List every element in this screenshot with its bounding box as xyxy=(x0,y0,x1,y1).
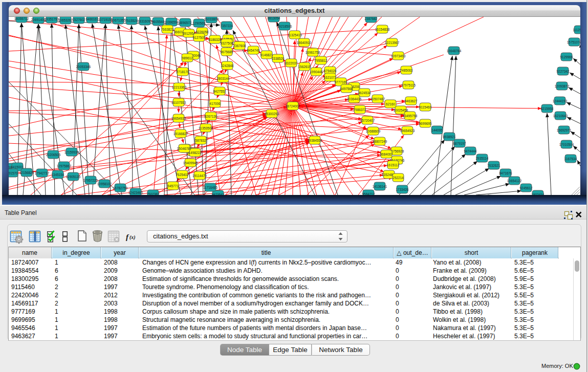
svg-text:19654933: 19654933 xyxy=(171,117,186,120)
svg-text:19384554: 19384554 xyxy=(308,139,322,142)
svg-text:1167534: 1167534 xyxy=(564,157,577,161)
svg-text:19166827: 19166827 xyxy=(173,132,188,136)
svg-text:20364436: 20364436 xyxy=(347,97,362,101)
svg-text:8471676: 8471676 xyxy=(499,171,512,175)
svg-text:3624534: 3624534 xyxy=(358,91,371,95)
svg-text:1802414: 1802414 xyxy=(532,193,545,195)
svg-text:8938921: 8938921 xyxy=(443,135,456,139)
svg-text:7986372: 7986372 xyxy=(354,108,366,112)
svg-text:2718170: 2718170 xyxy=(177,70,189,74)
svg-text:17975115: 17975115 xyxy=(401,83,416,87)
svg-text:15692971: 15692971 xyxy=(557,128,572,132)
svg-text:5684067: 5684067 xyxy=(380,152,393,156)
svg-text:9584712: 9584712 xyxy=(362,192,375,195)
svg-text:7507382: 7507382 xyxy=(147,192,160,195)
svg-text:9227342: 9227342 xyxy=(557,70,570,73)
svg-text:16107553: 16107553 xyxy=(171,101,186,104)
svg-text:1498222: 1498222 xyxy=(189,151,202,155)
svg-text:3242848: 3242848 xyxy=(221,64,234,68)
svg-text:2935114: 2935114 xyxy=(476,157,489,160)
svg-text:8896572: 8896572 xyxy=(179,21,192,25)
svg-text:1538520: 1538520 xyxy=(272,57,285,60)
svg-text:7485063: 7485063 xyxy=(400,69,413,72)
svg-text:5226058: 5226058 xyxy=(196,30,209,34)
svg-text:6879197: 6879197 xyxy=(453,142,466,145)
svg-text:7663822: 7663822 xyxy=(161,28,174,31)
svg-text:f: f xyxy=(126,233,129,241)
svg-text:12213363: 12213363 xyxy=(172,85,187,89)
svg-text:12423465: 12423465 xyxy=(128,191,143,194)
svg-text:7357224: 7357224 xyxy=(221,24,233,28)
svg-text:16033809: 16033809 xyxy=(204,17,219,21)
svg-text:1733426: 1733426 xyxy=(396,188,409,191)
svg-text:9115460: 9115460 xyxy=(419,105,432,109)
svg-text:12975867: 12975867 xyxy=(57,164,72,168)
svg-text:17010504: 17010504 xyxy=(559,143,574,146)
svg-text:19114479: 19114479 xyxy=(192,174,207,178)
svg-text:252214: 252214 xyxy=(393,176,404,180)
svg-text:2803144: 2803144 xyxy=(217,77,230,80)
svg-text:15720407: 15720407 xyxy=(360,119,375,122)
svg-text:(x): (x) xyxy=(129,234,136,240)
svg-text:18807249: 18807249 xyxy=(373,140,387,143)
svg-text:4415001: 4415001 xyxy=(11,165,24,169)
svg-text:9463627: 9463627 xyxy=(405,99,418,103)
svg-text:391570: 391570 xyxy=(9,171,18,175)
svg-text:1290569: 1290569 xyxy=(193,21,206,25)
svg-text:9327508: 9327508 xyxy=(221,41,233,45)
svg-text:8215958: 8215958 xyxy=(541,107,554,111)
svg-text:15409948: 15409948 xyxy=(183,161,198,165)
svg-text:10688609: 10688609 xyxy=(366,129,381,133)
svg-text:1527602: 1527602 xyxy=(73,18,85,21)
svg-text:9245612: 9245612 xyxy=(520,186,533,190)
svg-text:14055712: 14055712 xyxy=(14,17,29,20)
svg-text:17957225: 17957225 xyxy=(83,179,98,182)
svg-text:9777169: 9777169 xyxy=(335,80,347,84)
svg-text:19218506: 19218506 xyxy=(277,25,292,28)
svg-text:11716485: 11716485 xyxy=(203,186,217,189)
svg-text:11325419: 11325419 xyxy=(288,33,302,37)
svg-text:8322037: 8322037 xyxy=(285,61,298,65)
svg-text:25300293: 25300293 xyxy=(265,112,279,116)
svg-text:1562615: 1562615 xyxy=(298,65,311,69)
svg-text:11353504: 11353504 xyxy=(199,126,213,130)
svg-text:20206505: 20206505 xyxy=(46,153,61,157)
svg-text:945771: 945771 xyxy=(167,184,179,188)
svg-text:16648784: 16648784 xyxy=(447,49,462,53)
svg-text:1615112: 1615112 xyxy=(387,163,400,167)
svg-text:17942737: 17942737 xyxy=(35,171,50,175)
svg-text:8454749: 8454749 xyxy=(247,49,260,52)
svg-text:10507487: 10507487 xyxy=(371,97,385,101)
svg-text:11125419: 11125419 xyxy=(573,28,580,32)
svg-text:10671355: 10671355 xyxy=(111,18,126,22)
svg-text:2387682: 2387682 xyxy=(365,17,378,20)
svg-text:10973493: 10973493 xyxy=(391,54,406,58)
svg-text:6466161: 6466161 xyxy=(86,17,99,21)
svg-text:3675685: 3675685 xyxy=(221,50,233,54)
svg-text:7625402: 7625402 xyxy=(176,173,189,177)
svg-text:417006: 417006 xyxy=(209,102,221,105)
svg-text:8813054: 8813054 xyxy=(268,17,280,20)
svg-text:144095: 144095 xyxy=(431,128,443,132)
svg-text:19654923: 19654923 xyxy=(400,129,415,133)
svg-text:8267130: 8267130 xyxy=(205,115,217,118)
svg-text:7515524: 7515524 xyxy=(125,19,138,23)
svg-text:19351793: 19351793 xyxy=(45,17,59,21)
svg-text:16210643: 16210643 xyxy=(553,114,568,118)
svg-text:12159938: 12159938 xyxy=(64,150,79,154)
svg-text:10958107: 10958107 xyxy=(97,182,112,186)
svg-text:12905135: 12905135 xyxy=(66,175,81,179)
svg-text:18316093: 18316093 xyxy=(138,19,153,23)
svg-text:15751074: 15751074 xyxy=(567,40,580,44)
svg-text:9873542: 9873542 xyxy=(212,193,225,195)
svg-text:12093872: 12093872 xyxy=(555,84,570,88)
svg-text:16782759: 16782759 xyxy=(113,186,128,190)
svg-text:10654122: 10654122 xyxy=(507,179,522,183)
svg-text:18640910: 18640910 xyxy=(297,41,312,45)
svg-text:16154838: 16154838 xyxy=(375,28,390,31)
svg-text:8427552: 8427552 xyxy=(213,90,226,93)
svg-text:7632621: 7632621 xyxy=(488,164,500,167)
svg-text:9127505: 9127505 xyxy=(193,36,206,39)
svg-text:9474444: 9474444 xyxy=(464,149,477,153)
svg-text:2367608: 2367608 xyxy=(233,44,246,48)
